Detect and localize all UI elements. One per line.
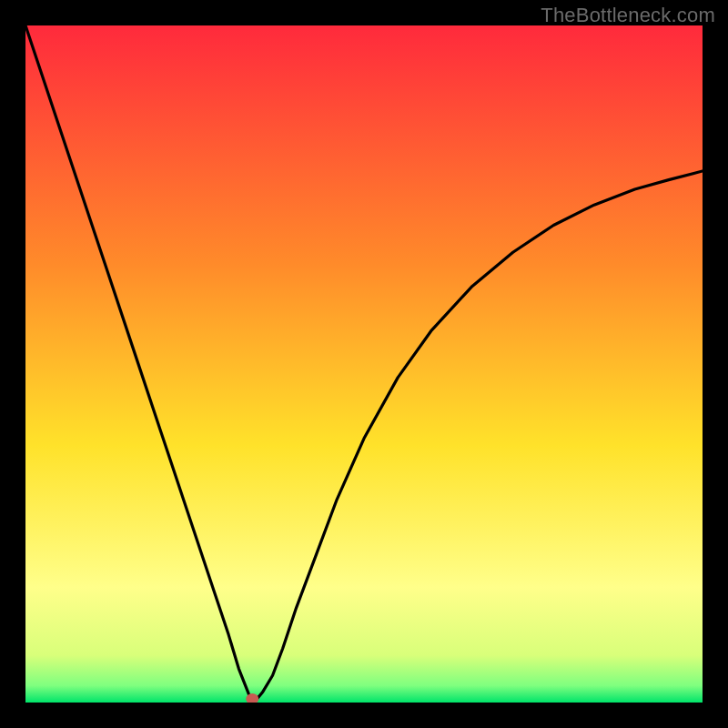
- svg-rect-0: [25, 25, 703, 703]
- chart-background-gradient: [25, 25, 703, 703]
- watermark-text: TheBottleneck.com: [541, 4, 715, 27]
- chart-frame: TheBottleneck.com: [0, 0, 728, 728]
